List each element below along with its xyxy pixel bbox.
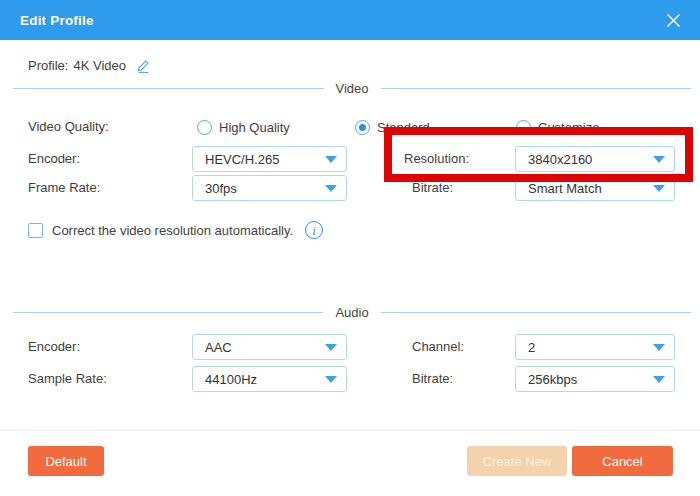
close-icon[interactable] bbox=[664, 11, 682, 29]
radio-circle-icon bbox=[516, 120, 531, 135]
dropdown-arrow-icon bbox=[653, 344, 665, 351]
divider-line bbox=[13, 312, 323, 313]
divider-line bbox=[13, 88, 324, 89]
video-encoder-label: Encoder: bbox=[28, 146, 80, 172]
resolution-dropdown[interactable]: 3840x2160 bbox=[515, 146, 675, 172]
video-encoder-dropdown[interactable]: HEVC/H.265 bbox=[192, 146, 347, 172]
profile-row: Profile: 4K Video bbox=[28, 57, 152, 74]
resolution-label: Resolution: bbox=[404, 146, 469, 172]
audio-encoder-label: Encoder: bbox=[28, 334, 80, 360]
channel-dropdown[interactable]: 2 bbox=[515, 334, 675, 360]
dropdown-value: Smart Match bbox=[528, 181, 602, 196]
cancel-button[interactable]: Cancel bbox=[572, 446, 673, 476]
dropdown-value: 256kbps bbox=[528, 372, 577, 387]
edit-profile-dialog: Edit Profile Profile: 4K Video Video Vid… bbox=[0, 0, 700, 496]
video-section-divider: Video bbox=[13, 80, 691, 96]
dialog-header: Edit Profile bbox=[0, 0, 700, 40]
audio-section-heading: Audio bbox=[335, 305, 368, 320]
video-quality-label: Video Quality: bbox=[28, 114, 109, 140]
radio-label: High Quality bbox=[219, 120, 290, 135]
create-new-button[interactable]: Create New bbox=[467, 446, 567, 476]
radio-label: Standard bbox=[377, 120, 430, 135]
radio-customize[interactable]: Customize bbox=[516, 117, 599, 137]
edit-pencil-icon[interactable] bbox=[135, 57, 152, 74]
radio-high-quality[interactable]: High Quality bbox=[197, 117, 290, 137]
dropdown-value: 30fps bbox=[205, 181, 237, 196]
dropdown-value: 3840x2160 bbox=[528, 152, 592, 167]
frame-rate-label: Frame Rate: bbox=[28, 175, 100, 201]
correct-resolution-label: Correct the video resolution automatical… bbox=[52, 223, 293, 238]
info-icon[interactable]: i bbox=[305, 221, 323, 239]
dropdown-arrow-icon bbox=[325, 344, 337, 351]
audio-bitrate-label: Bitrate: bbox=[412, 366, 453, 392]
radio-label: Customize bbox=[538, 120, 599, 135]
correct-resolution-row: Correct the video resolution automatical… bbox=[28, 221, 323, 239]
dropdown-arrow-icon bbox=[325, 376, 337, 383]
audio-section-divider: Audio bbox=[13, 304, 691, 320]
radio-standard[interactable]: Standard bbox=[355, 117, 430, 137]
radio-circle-icon bbox=[355, 120, 370, 135]
dropdown-value: 44100Hz bbox=[205, 372, 257, 387]
dropdown-value: 2 bbox=[528, 340, 535, 355]
dropdown-value: HEVC/H.265 bbox=[205, 152, 279, 167]
sample-rate-label: Sample Rate: bbox=[28, 366, 107, 392]
footer-separator bbox=[0, 430, 700, 431]
channel-label: Channel: bbox=[412, 334, 464, 360]
dropdown-value: AAC bbox=[205, 340, 232, 355]
audio-encoder-dropdown[interactable]: AAC bbox=[192, 334, 347, 360]
dropdown-arrow-icon bbox=[653, 376, 665, 383]
divider-line bbox=[381, 312, 691, 313]
video-section-heading: Video bbox=[336, 81, 369, 96]
dropdown-arrow-icon bbox=[325, 185, 337, 192]
dropdown-arrow-icon bbox=[325, 156, 337, 163]
sample-rate-dropdown[interactable]: 44100Hz bbox=[192, 366, 347, 392]
frame-rate-dropdown[interactable]: 30fps bbox=[192, 175, 347, 201]
dropdown-arrow-icon bbox=[653, 185, 665, 192]
video-bitrate-dropdown[interactable]: Smart Match bbox=[515, 175, 675, 201]
radio-circle-icon bbox=[197, 120, 212, 135]
dropdown-arrow-icon bbox=[653, 156, 665, 163]
profile-label: Profile: bbox=[28, 58, 68, 73]
audio-bitrate-dropdown[interactable]: 256kbps bbox=[515, 366, 675, 392]
divider-line bbox=[381, 88, 692, 89]
correct-resolution-checkbox[interactable] bbox=[28, 223, 43, 238]
dialog-title: Edit Profile bbox=[20, 13, 94, 28]
video-bitrate-label: Bitrate: bbox=[412, 175, 453, 201]
default-button[interactable]: Default bbox=[28, 446, 104, 476]
profile-name: 4K Video bbox=[73, 58, 126, 73]
